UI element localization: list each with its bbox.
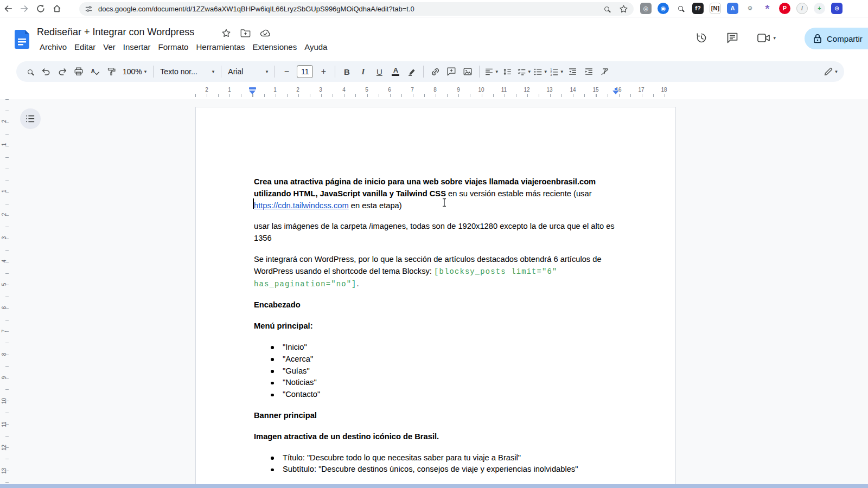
search-extension-icon[interactable] xyxy=(675,3,686,14)
doc-bullet-item: "Noticias" xyxy=(283,377,617,389)
blue-grid-extension-icon[interactable]: ⊙ xyxy=(831,3,843,14)
doc-bullet-item: "Contacto" xyxy=(283,389,617,401)
menu-archivo[interactable]: Archivo xyxy=(36,41,71,53)
move-to-folder-icon[interactable] xyxy=(240,28,251,38)
zoom-select[interactable]: 100%▾ xyxy=(119,64,150,79)
redo-icon[interactable] xyxy=(55,64,70,79)
home-icon[interactable] xyxy=(49,1,65,17)
vertical-ruler[interactable] xyxy=(5,99,9,488)
left-indent-marker[interactable] xyxy=(249,91,256,94)
camera-extension-icon[interactable]: ◎ xyxy=(640,3,652,14)
increase-indent-icon[interactable] xyxy=(581,64,596,79)
menu-formato[interactable]: Formato xyxy=(155,41,193,53)
ruler-number: 8 xyxy=(433,87,437,93)
align-select[interactable]: ▾ xyxy=(483,64,499,79)
show-outline-button[interactable] xyxy=(20,108,41,129)
numbered-list-select[interactable]: 123 ▾ xyxy=(548,64,564,79)
ruler-number: 1 xyxy=(228,87,231,93)
first-line-indent-marker[interactable] xyxy=(249,87,256,89)
line-spacing-icon[interactable] xyxy=(500,64,515,79)
document-title[interactable]: Rediseñar + Integrar con Wordpress xyxy=(37,27,194,38)
blue-camera-extension-icon[interactable]: ◉ xyxy=(658,3,669,14)
doc-paragraph: usar las imágenes de la carpeta /imagene… xyxy=(254,221,617,245)
decrease-font-size-button[interactable]: − xyxy=(279,64,294,79)
font-tool-extension-icon[interactable]: f? xyxy=(692,3,704,14)
checklist-select[interactable]: ▾ xyxy=(516,64,531,79)
menu-ayuda[interactable]: Ayuda xyxy=(301,41,331,53)
google-docs-logo-icon[interactable] xyxy=(15,30,29,49)
bookmark-star-icon[interactable] xyxy=(619,4,628,14)
edit-circle-extension-icon[interactable]: / xyxy=(796,3,808,14)
back-icon[interactable] xyxy=(0,1,16,17)
chevron-down-icon: ▾ xyxy=(545,69,547,74)
decrease-indent-icon[interactable] xyxy=(565,64,580,79)
forward-icon[interactable] xyxy=(16,1,33,17)
ruler-number: 13 xyxy=(546,87,552,93)
increase-font-size-button[interactable]: + xyxy=(316,64,331,79)
join-call-button[interactable]: ▾ xyxy=(757,32,776,44)
undo-icon[interactable] xyxy=(39,64,54,79)
doc-bullet-item: "Acerca" xyxy=(283,354,617,365)
zoom-page-icon[interactable] xyxy=(604,7,609,11)
favorite-star-icon[interactable] xyxy=(221,28,231,38)
spellcheck-icon[interactable]: A xyxy=(87,64,103,79)
toolbar-band: A 100%▾ Texto nor...▾ Arial▾ − 11 + B I … xyxy=(0,57,868,86)
ruler-number: 9 xyxy=(457,87,460,93)
right-indent-marker[interactable] xyxy=(612,91,619,94)
chevron-down-icon[interactable]: ▾ xyxy=(773,35,776,41)
menu-ver[interactable]: Ver xyxy=(99,41,119,53)
insert-link-icon[interactable] xyxy=(427,64,443,79)
add-cloud-extension-icon[interactable]: + xyxy=(814,3,825,14)
text-color-button[interactable]: A xyxy=(388,64,403,79)
pinterest-extension-icon[interactable]: P xyxy=(779,3,790,14)
highlight-color-icon[interactable] xyxy=(404,64,419,79)
lock-icon xyxy=(813,34,822,43)
translate-extension-icon[interactable]: A xyxy=(727,3,738,14)
address-bar[interactable]: docs.google.com/document/d/1ZZwa6aXW1qBH… xyxy=(79,2,634,16)
ruler-number: 3 xyxy=(1,234,7,242)
menu-insertar[interactable]: Insertar xyxy=(119,41,155,53)
italic-button[interactable]: I xyxy=(355,64,371,79)
horizontal-ruler[interactable]: 21123456789101112131415161718 xyxy=(0,86,868,99)
ruler-number: 11 xyxy=(1,421,7,428)
ruler-number: 18 xyxy=(661,87,667,93)
chevron-down-icon: ▾ xyxy=(496,69,499,74)
doc-paragraph: Crea una atractiva página de inicio para… xyxy=(254,176,617,211)
insert-image-icon[interactable] xyxy=(460,64,475,79)
menu-herramientas[interactable]: Herramientas xyxy=(192,41,248,53)
add-comment-icon[interactable] xyxy=(444,64,459,79)
search-menus-icon[interactable] xyxy=(22,64,37,79)
tool-extension-icon[interactable]: ⚙ xyxy=(744,3,756,14)
share-button[interactable]: Compartir xyxy=(805,28,868,49)
purple-flower-extension-icon[interactable]: * xyxy=(762,3,773,14)
paint-format-icon[interactable] xyxy=(104,64,119,79)
site-settings-icon[interactable] xyxy=(85,5,93,13)
print-icon[interactable] xyxy=(71,64,86,79)
doc-text: usar las imágenes de la carpeta /imagene… xyxy=(254,222,615,242)
version-history-icon[interactable] xyxy=(695,31,708,44)
url-text[interactable]: docs.google.com/document/d/1ZZwa6aXW1qBH… xyxy=(98,5,604,13)
doc-link[interactable]: https://cdn.tailwindcss.com xyxy=(254,201,349,210)
menu-extensiones[interactable]: Extensiones xyxy=(248,41,301,53)
menu-editar[interactable]: Editar xyxy=(71,41,99,53)
comments-icon[interactable] xyxy=(726,31,739,44)
toolbar: A 100%▾ Texto nor...▾ Arial▾ − 11 + B I … xyxy=(16,61,844,82)
reload-icon[interactable] xyxy=(33,1,49,17)
document-content[interactable]: Crea una atractiva página de inicio para… xyxy=(196,107,675,476)
paragraph-style-select[interactable]: Texto nor...▾ xyxy=(157,64,218,79)
doc-bullet-item: "Inicio" xyxy=(283,342,617,354)
editing-mode-select[interactable]: ▾ xyxy=(823,64,838,79)
ruler-number: 8 xyxy=(1,351,7,358)
document-page[interactable]: Crea una atractiva página de inicio para… xyxy=(195,107,676,488)
clear-formatting-icon[interactable] xyxy=(597,64,612,79)
underline-button[interactable]: U xyxy=(372,64,387,79)
font-size-input[interactable]: 11 xyxy=(297,65,313,78)
notion-style-extension-icon[interactable]: [N] xyxy=(710,3,721,14)
font-select[interactable]: Arial▾ xyxy=(225,64,271,79)
ruler-number: 4 xyxy=(1,258,7,265)
chevron-down-icon: ▾ xyxy=(835,69,838,74)
ruler-number: 12 xyxy=(1,444,7,452)
bulleted-list-select[interactable]: ▾ xyxy=(532,64,547,79)
cloud-saved-icon[interactable] xyxy=(260,28,271,38)
bold-button[interactable]: B xyxy=(339,64,354,79)
